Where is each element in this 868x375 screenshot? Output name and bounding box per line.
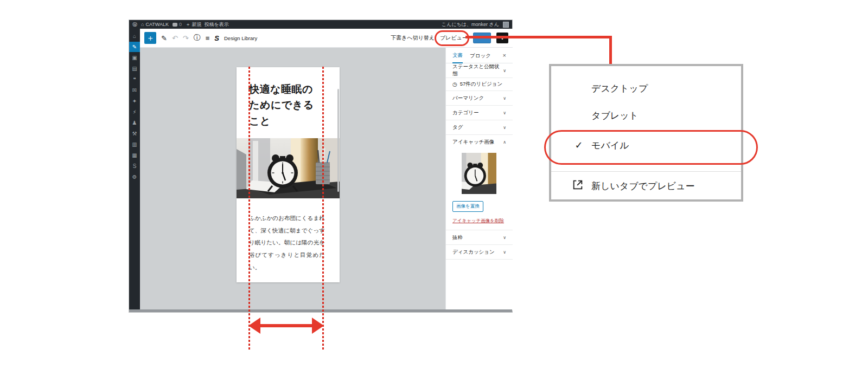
revisions-label: 57件のリビジョン xyxy=(460,81,502,88)
new-post-link[interactable]: ＋ 新規 xyxy=(186,20,202,29)
details-icon[interactable]: ⓘ xyxy=(194,33,201,43)
post-title: 快適な睡眠の ためにできる こと xyxy=(237,67,340,129)
featured-image xyxy=(237,138,340,198)
annotation-dotted-line-left xyxy=(248,67,250,351)
wordpress-editor-window: Ⓦ ⌂ CATWALK 0 ＋ 新規 投稿を表示 こんにちは、monker さん… xyxy=(129,20,513,313)
chevron-down-icon: ∨ xyxy=(503,68,506,73)
remove-featured-image-link[interactable]: アイキャッチ画像を削除 xyxy=(452,218,506,224)
menu-item-preview-new-tab[interactable]: 新しいタブでプレビュー xyxy=(551,172,741,199)
annotation-circle-preview xyxy=(435,30,469,46)
menu-item-preview-new-tab-label: 新しいタブでプレビュー xyxy=(591,180,695,192)
panel-categories-label: カテゴリー xyxy=(452,109,478,117)
edit-tool-icon[interactable]: ✎ xyxy=(161,34,167,42)
arrow-shaft xyxy=(259,324,313,327)
mobile-preview-card[interactable]: 快適な睡眠の ためにできる こと xyxy=(237,67,340,282)
wordpress-logo-icon[interactable]: Ⓦ xyxy=(132,20,137,29)
panel-tags-label: タグ xyxy=(452,124,463,131)
menu-item-tablet[interactable]: タブレット xyxy=(551,102,741,129)
users-icon[interactable]: ♟ xyxy=(129,118,140,128)
menu-item-desktop[interactable]: デスクトップ xyxy=(551,75,741,102)
chevron-down-icon: ∨ xyxy=(503,235,506,240)
home-icon[interactable]: ⌂ xyxy=(141,20,144,29)
panel-discussion-label: ディスカッション xyxy=(452,249,495,256)
annotation-connector-horizontal xyxy=(465,36,612,38)
annotation-circle-mobile xyxy=(544,130,758,165)
panel-discussion[interactable]: ディスカッション ∨ xyxy=(446,245,513,260)
menu-item-desktop-label: デスクトップ xyxy=(591,82,648,95)
settings-sidebar: 文書 ブロック × ステータスと公開状態 ∨ ◷ 57件のリビジョン パーマリン… xyxy=(445,48,513,311)
annotation-connector-vertical xyxy=(609,36,612,66)
tab-document[interactable]: 文書 xyxy=(452,48,463,63)
avatar[interactable] xyxy=(503,22,509,28)
media-icon[interactable]: ▣ xyxy=(129,53,140,63)
revisions-clock-icon: ◷ xyxy=(452,81,457,87)
design-library-icon[interactable]: S xyxy=(214,34,219,42)
posts-icon[interactable]: ✎ xyxy=(129,42,140,52)
snow-monkey-icon[interactable]: S xyxy=(129,161,140,171)
featured-image-panel-body: 画像を置換 アイキャッチ画像を削除 xyxy=(446,150,513,230)
panel-featured-image-label: アイキャッチ画像 xyxy=(452,139,494,146)
annotation-dotted-line-right xyxy=(322,67,324,351)
arrow-head-right-icon xyxy=(312,318,324,334)
preview-scrollbar[interactable] xyxy=(337,89,339,192)
panel-permalink[interactable]: パーマリンク ∨ xyxy=(446,91,513,106)
panel-status[interactable]: ステータスと公開状態 ∨ xyxy=(446,63,513,78)
view-post-link[interactable]: 投稿を表示 xyxy=(204,20,228,29)
gear-icon[interactable]: ⚙ xyxy=(129,172,140,182)
mail-icon[interactable]: ✉ xyxy=(129,85,140,95)
annotation-width-arrow xyxy=(248,318,324,334)
replace-image-button[interactable]: 画像を置換 xyxy=(452,201,483,212)
undo-icon[interactable]: ↶ xyxy=(172,34,178,42)
comments-count: 0 xyxy=(179,20,182,29)
redo-icon[interactable]: ↷ xyxy=(183,34,189,42)
panel-categories[interactable]: カテゴリー ∨ xyxy=(446,106,513,120)
panel-status-label: ステータスと公開状態 xyxy=(452,63,503,77)
chevron-up-icon: ∧ xyxy=(503,140,506,145)
settings-icon[interactable]: ▥ xyxy=(129,139,140,150)
admin-bar: Ⓦ ⌂ CATWALK 0 ＋ 新規 投稿を表示 こんにちは、monker さん xyxy=(129,20,512,29)
panel-excerpt-label: 抜粋 xyxy=(452,234,463,241)
editor-canvas: 快適な睡眠の ためにできる こと xyxy=(140,48,445,311)
pages-icon[interactable]: ▤ xyxy=(129,63,140,74)
chevron-down-icon: ∨ xyxy=(503,96,506,101)
table-icon[interactable]: ▦ xyxy=(129,150,140,160)
sidebar-tabs: 文書 ブロック × xyxy=(446,48,513,63)
greeting-text[interactable]: こんにちは、monker さん xyxy=(442,20,499,29)
panel-tags[interactable]: タグ ∨ xyxy=(446,120,513,135)
external-link-icon xyxy=(572,179,584,193)
popup-divider xyxy=(551,171,741,172)
site-name-link[interactable]: CATWALK xyxy=(145,20,169,29)
chevron-down-icon: ∨ xyxy=(503,250,506,255)
panel-permalink-label: パーマリンク xyxy=(452,95,484,102)
menu-item-tablet-label: タブレット xyxy=(591,109,639,122)
tools-icon[interactable]: ⚒ xyxy=(129,128,140,139)
comments-bubble-icon[interactable] xyxy=(173,23,177,27)
featured-image-thumbnail[interactable] xyxy=(462,153,496,194)
arrow-head-left-icon xyxy=(248,318,260,334)
chevron-down-icon: ∨ xyxy=(503,125,506,130)
list-view-icon[interactable]: ≡ xyxy=(206,34,210,42)
switch-to-draft-button[interactable]: 下書きへ切り替え xyxy=(391,34,435,42)
revisions-row[interactable]: ◷ 57件のリビジョン xyxy=(446,78,513,91)
chevron-down-icon: ∨ xyxy=(503,111,506,115)
tab-block[interactable]: ブロック xyxy=(470,48,491,63)
close-icon[interactable]: × xyxy=(503,52,506,59)
appearance-icon[interactable]: ✦ xyxy=(129,96,140,106)
window-bottom-edge xyxy=(129,309,512,312)
comments-icon[interactable]: ❝ xyxy=(129,74,140,85)
plugins-icon[interactable]: ⚡ xyxy=(129,107,140,117)
admin-sidebar-rail: ⌂✎▣▤❝✉✦⚡♟⚒▥▦S⚙ xyxy=(129,29,140,311)
panel-featured-image[interactable]: アイキャッチ画像 ∧ xyxy=(446,135,513,150)
design-library-label[interactable]: Design Library xyxy=(224,35,257,41)
dashboard-icon[interactable]: ⌂ xyxy=(129,31,140,41)
post-paragraph: ふかふかのお布団にくるまれて、深く快適に朝までぐっすり眠りたい。朝には陽の光を浴… xyxy=(237,212,340,273)
block-inserter-button[interactable]: ＋ xyxy=(144,32,156,44)
panel-excerpt[interactable]: 抜粋 ∨ xyxy=(446,230,513,245)
